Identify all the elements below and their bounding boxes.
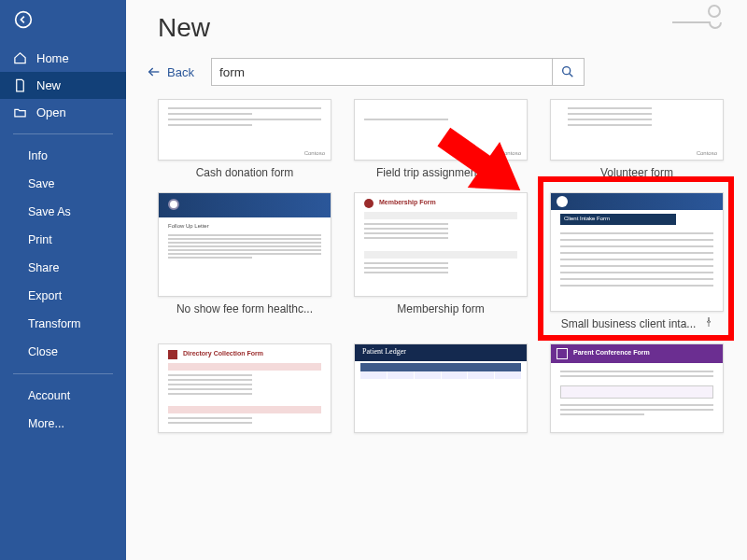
- template-card[interactable]: Patient Ledger Patient Ledger: [354, 343, 528, 433]
- home-icon: [13, 51, 27, 65]
- sidebar-item-transform[interactable]: Transform: [0, 310, 126, 338]
- sidebar-item-new[interactable]: New: [0, 72, 126, 99]
- template-thumbnail: Contoso: [354, 99, 528, 161]
- template-thumbnail: Client Intake Form: [550, 192, 724, 312]
- sidebar-label: Save: [28, 177, 55, 190]
- sidebar-item-saveas[interactable]: Save As: [0, 198, 126, 226]
- thumb-title: Follow Up Letter: [168, 223, 209, 229]
- sidebar-label: Info: [28, 149, 48, 162]
- contoso-logo: Contoso: [697, 150, 717, 156]
- template-thumbnail: Contoso: [550, 99, 724, 161]
- search-input[interactable]: [212, 65, 552, 79]
- svg-point-3: [563, 67, 571, 75]
- main-panel: New Back Contoso Cash donation form Cont…: [126, 0, 747, 560]
- template-card[interactable]: Follow Up Letter No show fee form health…: [158, 192, 331, 334]
- template-label: Field trip assignment form: [354, 161, 528, 183]
- sidebar-item-close[interactable]: Close: [0, 338, 126, 366]
- sidebar-item-account[interactable]: Account: [0, 382, 126, 410]
- sidebar-label: Account: [28, 389, 70, 402]
- sidebar-item-share[interactable]: Share: [0, 254, 126, 282]
- template-label: No show fee form healthc...: [158, 297, 331, 319]
- divider: [13, 373, 113, 374]
- search-button[interactable]: [552, 59, 584, 85]
- sidebar-item-open[interactable]: Open: [0, 99, 126, 126]
- template-gallery: Contoso Cash donation form Contoso Field…: [126, 99, 747, 433]
- pin-icon[interactable]: [703, 316, 714, 330]
- search-icon: [560, 64, 575, 79]
- template-card[interactable]: Contoso Field trip assignment form: [354, 99, 528, 183]
- template-thumbnail: Directory Collection Form: [158, 343, 331, 433]
- template-card[interactable]: Contoso Cash donation form: [158, 99, 331, 183]
- back-arrow-button[interactable]: [7, 6, 39, 34]
- back-label: Back: [167, 65, 194, 79]
- search-row: Back: [126, 43, 747, 99]
- back-link[interactable]: Back: [147, 64, 194, 79]
- template-card-highlighted[interactable]: Client Intake Form Small business client…: [550, 192, 724, 334]
- contoso-logo: Contoso: [500, 150, 521, 156]
- sidebar-item-save[interactable]: Save: [0, 170, 126, 198]
- sidebar-label: Close: [28, 345, 58, 358]
- sidebar-item-home[interactable]: Home: [0, 45, 126, 72]
- template-label: Small business client inta...: [559, 312, 698, 334]
- sidebar-label: Save As: [28, 205, 71, 218]
- sidebar-label: Transform: [28, 317, 81, 330]
- backstage-sidebar: Home New Open Info Save Save As Print Sh…: [0, 0, 126, 560]
- template-thumbnail: Follow Up Letter: [158, 192, 331, 297]
- sidebar-item-print[interactable]: Print: [0, 226, 126, 254]
- page-title: New: [126, 0, 747, 43]
- template-card[interactable]: Parent Conference Form Parent Conference…: [550, 343, 724, 433]
- sidebar-item-more[interactable]: More...: [0, 410, 126, 438]
- template-card[interactable]: Directory Collection Form Directory Coll…: [158, 343, 331, 433]
- template-card[interactable]: Contoso Volunteer form: [550, 99, 724, 183]
- contoso-logo: Contoso: [304, 150, 325, 156]
- thumb-title: Patient Ledger: [362, 347, 406, 356]
- template-search-box: [211, 58, 585, 86]
- template-label: Volunteer form: [550, 161, 724, 183]
- template-thumbnail: Membership Form: [354, 192, 528, 297]
- decorative-graphic: [672, 4, 728, 35]
- sidebar-label: More...: [28, 417, 64, 430]
- divider: [13, 133, 113, 134]
- sidebar-label: New: [36, 78, 61, 92]
- template-card[interactable]: Membership Form Membership form: [354, 192, 528, 334]
- arrow-left-icon: [147, 64, 162, 79]
- document-icon: [13, 78, 27, 92]
- folder-open-icon: [13, 105, 27, 119]
- template-label: Cash donation form: [158, 161, 331, 183]
- template-thumbnail: Parent Conference Form: [550, 343, 724, 433]
- thumb-title: Parent Conference Form: [573, 349, 650, 356]
- template-thumbnail: Patient Ledger: [354, 343, 528, 433]
- sidebar-item-info[interactable]: Info: [0, 142, 126, 170]
- thumb-title: Directory Collection Form: [183, 350, 263, 357]
- sidebar-label: Open: [36, 105, 66, 119]
- svg-line-4: [570, 74, 573, 77]
- svg-point-0: [16, 12, 32, 28]
- template-label: Membership form: [354, 297, 528, 319]
- sidebar-label: Export: [28, 289, 62, 302]
- thumb-title: Client Intake Form: [564, 216, 610, 221]
- sidebar-item-export[interactable]: Export: [0, 282, 126, 310]
- sidebar-label: Home: [36, 51, 69, 65]
- sidebar-label: Share: [28, 261, 59, 274]
- sidebar-label: Print: [28, 233, 52, 246]
- template-thumbnail: Contoso: [158, 99, 331, 161]
- thumb-title: Membership Form: [379, 199, 436, 205]
- svg-point-1: [709, 6, 720, 17]
